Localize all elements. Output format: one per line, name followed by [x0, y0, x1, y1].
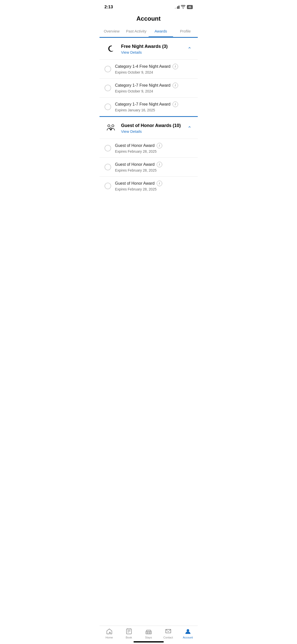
award-item-content: Guest of Honor Award i Expires February … [115, 162, 193, 172]
guest-of-honor-view-details[interactable]: View Details [121, 129, 186, 134]
award-item: Category 1-7 Free Night Award i Expires … [100, 78, 198, 97]
award-item-expiry: Expires February 28, 2025 [115, 168, 193, 172]
status-bar: 2:13 45 [100, 0, 198, 13]
guest-of-honor-title: Guest of Honor Awards (10) [121, 123, 186, 128]
award-item-name: Category 1-7 Free Night Award i [115, 102, 193, 107]
goh-radio-1[interactable] [105, 145, 111, 151]
award-item-expiry: Expires February 28, 2025 [115, 187, 193, 191]
info-icon[interactable]: i [173, 102, 178, 107]
guest-of-honor-title-group: Guest of Honor Awards (10) View Details [121, 123, 186, 134]
goh-radio-2[interactable] [105, 164, 111, 170]
guest-of-honor-section: Guest of Honor Awards (10) View Details … [100, 117, 198, 195]
free-night-view-details[interactable]: View Details [121, 50, 186, 54]
award-item: Guest of Honor Award i Expires February … [100, 139, 198, 157]
tab-bar: Overview Past Activity Awards Profile [100, 26, 198, 37]
award-radio-3[interactable] [105, 104, 111, 110]
svg-point-0 [108, 124, 110, 127]
free-night-chevron[interactable]: ⌃ [186, 45, 193, 53]
award-item-name: Guest of Honor Award i [115, 181, 193, 186]
signal-icon [175, 5, 179, 9]
award-item-content: Category 1-7 Free Night Award i Expires … [115, 102, 193, 112]
svg-point-1 [112, 124, 114, 127]
award-item-expiry: Expires October 9, 2024 [115, 89, 193, 93]
moon-icon [105, 43, 117, 55]
award-item: Guest of Honor Award i Expires February … [100, 157, 198, 176]
guest-of-honor-chevron[interactable]: ⌃ [186, 124, 193, 132]
info-icon[interactable]: i [173, 64, 178, 69]
info-icon[interactable]: i [157, 143, 162, 148]
free-night-title: Free Night Awards (3) [121, 44, 186, 49]
tab-profile[interactable]: Profile [173, 26, 198, 37]
award-item-content: Category 1-7 Free Night Award i Expires … [115, 83, 193, 93]
goh-radio-3[interactable] [105, 183, 111, 189]
award-item-content: Guest of Honor Award i Expires February … [115, 181, 193, 191]
award-item-name: Category 1-4 Free Night Award i [115, 64, 193, 69]
award-item-content: Guest of Honor Award i Expires February … [115, 143, 193, 153]
tab-past-activity[interactable]: Past Activity [124, 26, 149, 37]
award-item-expiry: Expires January 16, 2025 [115, 108, 193, 112]
award-item-expiry: Expires February 28, 2025 [115, 149, 193, 153]
content-area: Free Night Awards (3) View Details ⌃ Cat… [100, 37, 198, 220]
award-item: Category 1-7 Free Night Award i Expires … [100, 97, 198, 116]
award-item-expiry: Expires October 9, 2024 [115, 70, 193, 74]
award-item: Guest of Honor Award i Expires February … [100, 176, 198, 195]
status-time: 2:13 [105, 5, 113, 10]
award-item-name: Guest of Honor Award i [115, 162, 193, 167]
info-icon[interactable]: i [157, 162, 162, 167]
battery-icon: 45 [187, 5, 192, 9]
award-item-name: Guest of Honor Award i [115, 143, 193, 148]
award-item: Category 1-4 Free Night Award i Expires … [100, 59, 198, 78]
tab-overview[interactable]: Overview [100, 26, 124, 37]
wifi-icon [181, 5, 185, 9]
guest-of-honor-header: Guest of Honor Awards (10) View Details … [100, 117, 198, 139]
free-night-header: Free Night Awards (3) View Details ⌃ [100, 38, 198, 59]
svg-marker-2 [109, 127, 112, 130]
status-icons: 45 [175, 5, 192, 9]
free-night-section: Free Night Awards (3) View Details ⌃ Cat… [100, 38, 198, 116]
award-radio-2[interactable] [105, 85, 111, 91]
award-item-content: Category 1-4 Free Night Award i Expires … [115, 64, 193, 74]
award-item-name: Category 1-7 Free Night Award i [115, 83, 193, 88]
award-radio-1[interactable] [105, 66, 111, 72]
info-icon[interactable]: i [173, 83, 178, 88]
people-icon [105, 122, 117, 135]
tab-awards[interactable]: Awards [149, 26, 173, 37]
page-title: Account [100, 13, 198, 26]
info-icon[interactable]: i [157, 181, 162, 186]
free-night-title-group: Free Night Awards (3) View Details [121, 44, 186, 54]
